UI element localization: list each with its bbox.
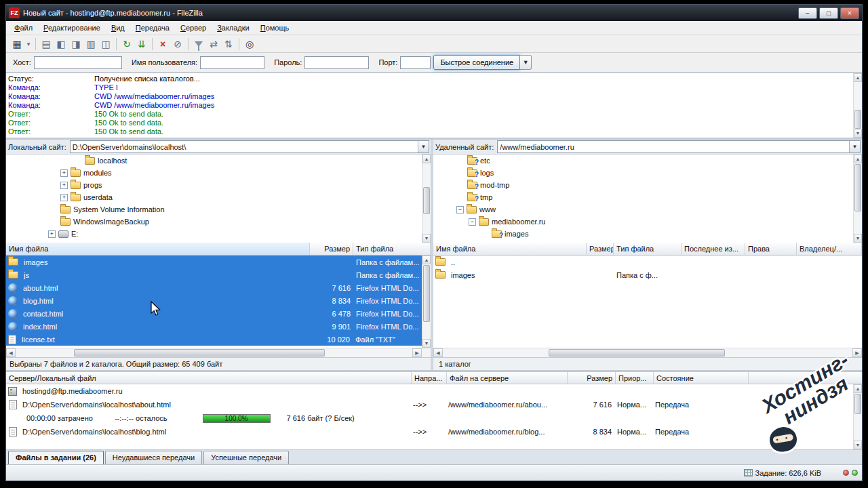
column-header-owner[interactable]: Владелец/...	[797, 243, 862, 255]
column-header-priority[interactable]: Приор...	[616, 372, 654, 384]
tree-item-userdata[interactable]: + userdata	[6, 191, 431, 203]
column-header-local-file[interactable]: Сервер/Локальный файл	[6, 372, 412, 384]
column-header-status[interactable]: Состояние	[654, 372, 749, 384]
remote-tree-scrollbar[interactable]: ▲ ▼	[853, 155, 862, 243]
file-row-index-html[interactable]: index.html 9 901 Firefox HTML Do...	[6, 320, 431, 333]
column-header-type[interactable]: Тип файла	[353, 243, 431, 255]
column-header-type[interactable]: Тип файла	[614, 243, 682, 255]
tree-item-images[interactable]: images	[433, 228, 862, 240]
file-row-js[interactable]: js Папка с файлам...	[6, 268, 431, 281]
close-button[interactable]: ×	[840, 7, 859, 19]
scroll-right-icon[interactable]: ▶	[412, 348, 422, 357]
local-path-combo[interactable]: D:\OpenServer\domains\localhost\ ▼	[70, 140, 429, 153]
toggle-local-tree-icon[interactable]: ◧	[54, 37, 68, 52]
queue-row-server[interactable]: hostingd@ftp.mediaboomer.ru	[6, 384, 862, 398]
chevron-down-icon[interactable]: ▼	[849, 141, 860, 152]
username-input[interactable]	[200, 56, 264, 69]
tree-item-www[interactable]: − www	[433, 203, 862, 216]
column-header-remote-file[interactable]: Файл на сервере	[447, 372, 568, 384]
tab-failed-transfers[interactable]: Неудавшиеся передачи	[105, 451, 202, 464]
cancel-operation-icon[interactable]: ×	[155, 37, 170, 52]
menu-help[interactable]: Помощь	[255, 22, 295, 34]
filter-icon[interactable]	[191, 37, 206, 52]
queue-row-blog-html[interactable]: D:\OpenServer\domains\localhost\blog.htm…	[6, 425, 862, 439]
column-header-name[interactable]: Имя файла	[6, 243, 310, 255]
site-manager-dropdown-icon[interactable]: ▾	[24, 37, 33, 52]
file-row-contact-html[interactable]: contact.html 6 478 Firefox HTML Do...	[6, 307, 431, 320]
tree-item-etc[interactable]: etc	[433, 155, 862, 167]
directory-comparison-icon[interactable]: ⇄	[206, 37, 221, 52]
toggle-message-log-icon[interactable]: ▤	[39, 37, 54, 52]
scroll-up-icon[interactable]: ▲	[422, 256, 431, 264]
tab-queued-files[interactable]: Файлы в задании (26)	[8, 451, 104, 464]
disconnect-icon[interactable]: ⊘	[170, 37, 185, 52]
file-row-blog-html[interactable]: blog.html 8 834 Firefox HTML Do...	[6, 294, 431, 307]
file-row-parent[interactable]: ..	[433, 256, 862, 268]
refresh-icon[interactable]: ↻	[119, 37, 134, 52]
synchronized-browsing-icon[interactable]: ⇅	[221, 37, 236, 52]
maximize-button[interactable]: □	[819, 7, 838, 19]
menu-file[interactable]: Файл	[9, 22, 38, 34]
expand-icon[interactable]: +	[60, 182, 68, 189]
process-queue-icon[interactable]: ⇊	[134, 37, 149, 52]
column-header-permissions[interactable]: Права	[745, 243, 797, 255]
file-row-about-html[interactable]: about.html 7 616 Firefox HTML Do...	[6, 281, 431, 294]
tree-item-tmp[interactable]: tmp	[433, 191, 862, 203]
scroll-up-icon[interactable]: ▲	[422, 155, 431, 163]
tree-item-localhost[interactable]: localhost	[6, 155, 431, 167]
file-row-images[interactable]: images Папка с ф...	[433, 268, 862, 281]
queue-scrollbar[interactable]: ▲ ▼	[853, 384, 862, 449]
local-list-scrollbar[interactable]: ▲ ▼	[422, 256, 431, 348]
scroll-up-icon[interactable]: ▲	[854, 73, 862, 82]
expand-icon[interactable]: +	[60, 169, 68, 177]
tree-item-mediaboomer-ru[interactable]: − mediaboomer.ru	[433, 216, 862, 228]
file-row-license-txt[interactable]: license.txt 10 020 Файл "TXT"	[6, 333, 431, 346]
local-tree-scrollbar[interactable]: ▲ ▼	[422, 155, 431, 243]
queue-row-about-html[interactable]: D:\OpenServer\domains\localhost\about.ht…	[6, 398, 862, 411]
scroll-down-icon[interactable]: ▼	[422, 234, 431, 243]
tree-item-system-volume-information[interactable]: System Volume Information	[6, 203, 431, 216]
menu-edit[interactable]: Редактирование	[38, 22, 106, 34]
host-input[interactable]	[34, 56, 122, 69]
scroll-up-icon[interactable]: ▲	[854, 155, 862, 163]
tab-successful-transfers[interactable]: Успешные передачи	[203, 451, 289, 464]
scroll-up-icon[interactable]: ▲	[854, 384, 862, 393]
quickconnect-button[interactable]: Быстрое соединение	[433, 55, 520, 70]
tree-item-drive-e[interactable]: + E:	[6, 228, 431, 240]
scroll-down-icon[interactable]: ▼	[854, 441, 862, 449]
file-row-images[interactable]: images Папка с файлам...	[6, 256, 431, 268]
tree-item-modules[interactable]: + modules	[6, 167, 431, 179]
chevron-down-icon[interactable]: ▼	[418, 141, 429, 152]
scroll-down-icon[interactable]: ▼	[422, 339, 431, 348]
tree-item-logs[interactable]: logs	[433, 167, 862, 179]
toggle-remote-tree-icon[interactable]: ◨	[68, 37, 83, 52]
expand-icon[interactable]: +	[60, 194, 68, 201]
site-manager-icon[interactable]: ▦	[9, 37, 24, 52]
tree-item-windowsimagebackup[interactable]: WindowsImageBackup	[6, 216, 431, 228]
port-input[interactable]	[400, 56, 431, 69]
column-header-size[interactable]: Размер	[310, 243, 353, 255]
column-header-size[interactable]: Размер	[568, 372, 616, 384]
quickconnect-dropdown-icon[interactable]: ▼	[520, 55, 532, 70]
log-scrollbar[interactable]: ▲ ▼	[853, 73, 862, 138]
column-header-name[interactable]: Имя файла	[433, 243, 587, 255]
column-header-size[interactable]: Размер	[587, 243, 614, 255]
menu-bookmarks[interactable]: Закладки	[212, 22, 255, 34]
expand-icon[interactable]: +	[48, 230, 56, 238]
scroll-down-icon[interactable]: ▼	[854, 129, 862, 138]
scroll-right-icon[interactable]: ▶	[852, 348, 862, 357]
password-input[interactable]	[304, 56, 369, 69]
menu-transfer[interactable]: Передача	[130, 22, 175, 34]
menu-view[interactable]: Вид	[106, 22, 130, 34]
scroll-down-icon[interactable]: ▼	[854, 234, 862, 243]
scroll-left-icon[interactable]: ◀	[6, 348, 16, 357]
collapse-icon[interactable]: −	[456, 206, 464, 214]
collapse-icon[interactable]: −	[469, 218, 476, 226]
tree-item-mod-tmp[interactable]: mod-tmp	[433, 179, 862, 191]
tree-item-progs[interactable]: + progs	[6, 179, 431, 191]
toggle-transfer-queue-icon[interactable]: ▥	[83, 37, 98, 52]
remote-path-combo[interactable]: /www/mediaboomer.ru ▼	[497, 140, 861, 153]
find-files-icon[interactable]: ◎	[242, 37, 257, 52]
minimize-button[interactable]: −	[798, 7, 817, 19]
toggle-directory-listing-icon[interactable]: ◫	[98, 37, 113, 52]
